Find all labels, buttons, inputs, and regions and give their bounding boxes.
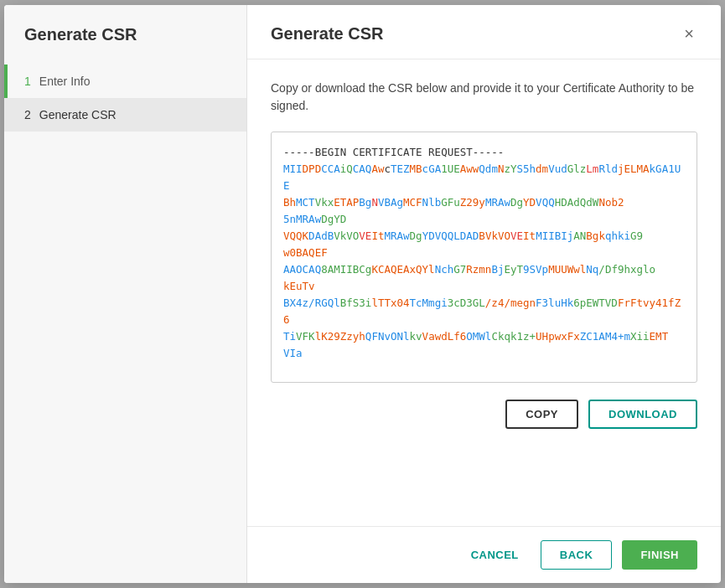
main-title: Generate CSR: [271, 24, 384, 44]
download-button[interactable]: DOWNLOAD: [588, 400, 697, 429]
csr-textarea[interactable]: -----BEGIN CERTIFICATE REQUEST----- MIID…: [271, 132, 697, 383]
modal: Generate CSR 1 Enter Info 2 Generate CSR…: [4, 5, 721, 583]
cancel-button[interactable]: CANCEL: [459, 540, 531, 570]
sidebar-item-generate-csr[interactable]: 2 Generate CSR: [4, 98, 246, 132]
main-footer: CANCEL BACK FINISH: [247, 526, 721, 583]
modal-backdrop: Generate CSR 1 Enter Info 2 Generate CSR…: [0, 0, 725, 588]
close-button[interactable]: ×: [681, 22, 697, 45]
step-num-2: 2: [24, 108, 31, 121]
description-text: Copy or download the CSR below and provi…: [271, 80, 697, 115]
sidebar: Generate CSR 1 Enter Info 2 Generate CSR: [4, 5, 247, 583]
step-num-1: 1: [24, 75, 31, 88]
main-content: Generate CSR × Copy or download the CSR …: [247, 5, 721, 583]
csr-actions: COPY DOWNLOAD: [271, 400, 697, 429]
sidebar-steps: 1 Enter Info 2 Generate CSR: [4, 64, 246, 132]
main-body: Copy or download the CSR below and provi…: [247, 59, 721, 526]
sidebar-title: Generate CSR: [4, 5, 246, 64]
step-label-1: Enter Info: [39, 75, 91, 88]
step-label-2: Generate CSR: [39, 108, 117, 121]
back-button[interactable]: BACK: [541, 540, 613, 570]
copy-button[interactable]: COPY: [505, 400, 578, 429]
step-indicator-1: [4, 64, 8, 98]
finish-button[interactable]: FINISH: [622, 540, 697, 570]
main-header: Generate CSR ×: [247, 5, 721, 59]
sidebar-item-enter-info[interactable]: 1 Enter Info: [4, 64, 246, 98]
